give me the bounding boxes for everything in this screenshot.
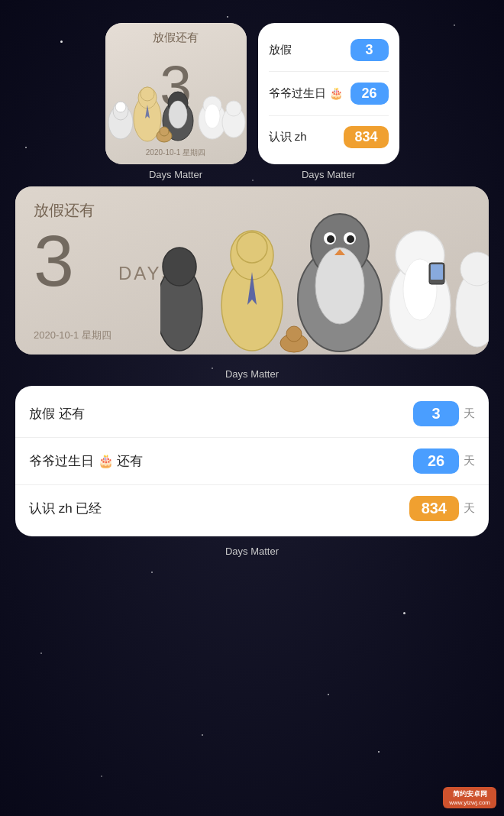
widget4-container: 放假 还有 3 天 爷爷过生日 🎂 还有 26 天 (15, 386, 489, 560)
full-list-row-3: 认识 zh 已经 834 天 (29, 485, 475, 532)
widget3-big-number: 3 (34, 225, 74, 297)
widget4-label: Days Matter (225, 546, 279, 557)
top-row: 放假还有 3 (15, 23, 489, 180)
list-row-1-label: 放假 (269, 43, 292, 57)
penguin-art-medium (160, 186, 489, 355)
widget3-container: 放假还有 3 DAYS 2020-10-1 星期四 (15, 186, 489, 383)
full-list-row-3-label: 认识 zh 已经 (29, 500, 102, 517)
svg-point-29 (347, 235, 354, 243)
svg-point-16 (226, 101, 241, 116)
full-list-row-3-value: 834 (409, 496, 459, 521)
widget1-overlay-text: 放假还有 (105, 31, 247, 45)
widget3-overlay-text: 放假还有 (34, 200, 95, 221)
widget1-container: 放假还有 3 (105, 23, 247, 180)
full-list-row-2-label: 爷爷过生日 🎂 还有 (29, 452, 143, 470)
svg-point-2 (115, 102, 126, 112)
main-background: 放假还有 3 (0, 0, 504, 816)
full-list-row-1-unit: 天 (464, 406, 475, 421)
list-row-2-badge: 26 (351, 83, 389, 105)
list-row-1-badge: 3 (351, 39, 389, 61)
watermark-line1: 简约安卓网 (453, 789, 487, 799)
full-list-row-3-unit: 天 (464, 501, 475, 516)
list-row-3-label: 认识 zh (269, 130, 307, 144)
widget3-date-text: 2020-10-1 星期四 (34, 329, 111, 342)
svg-point-39 (286, 326, 302, 342)
full-list-row-2-value: 26 (413, 448, 459, 474)
widget2-label: Days Matter (302, 169, 355, 180)
full-list-row-3-badge-group: 834 天 (409, 496, 475, 521)
list-row-3: 认识 zh 834 (269, 126, 389, 148)
widget1-label: Days Matter (149, 169, 202, 180)
svg-point-5 (141, 87, 154, 101)
list-widget-small: 放假 3 爷爷过生日 🎂 26 认识 zh 834 (258, 23, 399, 164)
widget1-date-text: 2020-10-1 星期四 (105, 147, 247, 158)
full-list-widget: 放假 还有 3 天 爷爷过生日 🎂 还有 26 天 (15, 386, 489, 536)
svg-point-14 (160, 127, 169, 136)
list-row-3-badge: 834 (344, 126, 388, 148)
penguin-art-small (105, 61, 247, 145)
content-wrapper: 放假还有 3 (0, 0, 504, 575)
svg-point-9 (169, 101, 187, 128)
list-row-1: 放假 3 (269, 39, 389, 61)
list-row-2: 爷爷过生日 🎂 26 (269, 83, 389, 105)
svg-point-21 (237, 232, 267, 263)
full-list-row-1-badge-group: 3 天 (413, 401, 475, 426)
svg-point-25 (315, 248, 364, 324)
svg-point-12 (205, 104, 220, 128)
full-list-row-2: 爷爷过生日 🎂 还有 26 天 (29, 438, 475, 484)
list-divider-2 (269, 115, 389, 116)
watermark: 简约安卓网 www.ylzwj.com (443, 787, 496, 808)
widget2-container: 放假 3 爷爷过生日 🎂 26 认识 zh 834 Days Matter (258, 23, 399, 180)
penguin-widget-small: 放假还有 3 (105, 23, 247, 164)
list-row-2-label: 爷爷过生日 🎂 (269, 86, 344, 101)
svg-point-28 (327, 235, 334, 243)
watermark-line2: www.ylzwj.com (449, 799, 490, 806)
svg-rect-35 (431, 264, 443, 280)
penguin-widget-medium: 放假还有 3 DAYS 2020-10-1 星期四 (15, 186, 489, 355)
full-list-row-1-label: 放假 还有 (29, 405, 85, 423)
full-list-row-2-badge-group: 26 天 (413, 448, 475, 474)
svg-point-18 (163, 248, 196, 286)
full-list-row-1-value: 3 (413, 401, 459, 426)
list-divider-1 (269, 71, 389, 72)
full-list-row-2-unit: 天 (464, 454, 475, 468)
full-list-row-1: 放假 还有 3 天 (29, 390, 475, 437)
widget3-label: Days Matter (225, 368, 279, 380)
